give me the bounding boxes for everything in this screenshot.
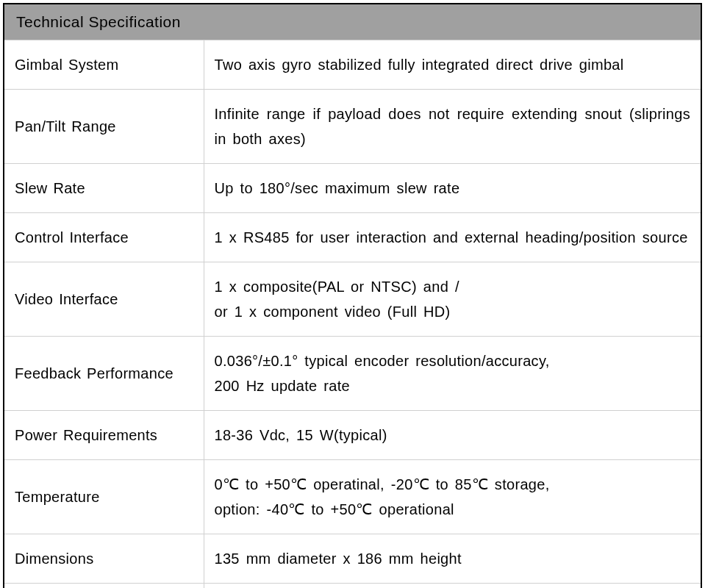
table-row: Feedback Performance0.036°/±0.1° typical…: [4, 337, 701, 411]
spec-value: Hand Control Unit, cable kits, heli-moun…: [204, 584, 701, 589]
table-row: Control Interface1 x RS485 for user inte…: [4, 213, 701, 262]
table-row: Dimensions135 mm diameter x 186 mm heigh…: [4, 534, 701, 584]
spec-label: Dimensions: [4, 534, 204, 584]
spec-value: Up to 180°/sec maximum slew rate: [204, 164, 701, 213]
spec-label: Gimbal System: [4, 40, 204, 90]
table-row: Video Interface1 x composite(PAL or NTSC…: [4, 262, 701, 337]
table-row: Power Requirements18-36 Vdc, 15 W(typica…: [4, 411, 701, 460]
spec-value: 0.036°/±0.1° typical encoder resolution/…: [204, 337, 701, 411]
table-row: Temperature0℃ to +50℃ operatinal, -20℃ t…: [4, 460, 701, 534]
table-title: Technical Specification: [4, 4, 701, 40]
spec-label: Control Interface: [4, 213, 204, 262]
spec-value: 135 mm diameter x 186 mm height: [204, 534, 701, 584]
spec-label: Temperature: [4, 460, 204, 534]
table-row: Gimbal SystemTwo axis gyro stabilized fu…: [4, 40, 701, 90]
spec-value: 1 x RS485 for user interaction and exter…: [204, 213, 701, 262]
table-row: Slew RateUp to 180°/sec maximum slew rat…: [4, 164, 701, 213]
spec-label: Video Interface: [4, 262, 204, 337]
spec-value: 1 x composite(PAL or NTSC) and /or 1 x c…: [204, 262, 701, 337]
spec-label: Pan/Tilt Range: [4, 90, 204, 164]
table-row: AccessoriesHand Control Unit, cable kits…: [4, 584, 701, 589]
spec-value: Infinite range if payload does not requi…: [204, 90, 701, 164]
spec-label: Slew Rate: [4, 164, 204, 213]
spec-value: 18-36 Vdc, 15 W(typical): [204, 411, 701, 460]
spec-value: 0℃ to +50℃ operatinal, -20℃ to 85℃ stora…: [204, 460, 701, 534]
spec-label: Power Requirements: [4, 411, 204, 460]
spec-label: Accessories: [4, 584, 204, 589]
spec-value: Two axis gyro stabilized fully integrate…: [204, 40, 701, 90]
spec-label: Feedback Performance: [4, 337, 204, 411]
table-row: Pan/Tilt RangeInfinite range if payload …: [4, 90, 701, 164]
spec-table: Technical Specification Gimbal SystemTwo…: [3, 3, 702, 588]
